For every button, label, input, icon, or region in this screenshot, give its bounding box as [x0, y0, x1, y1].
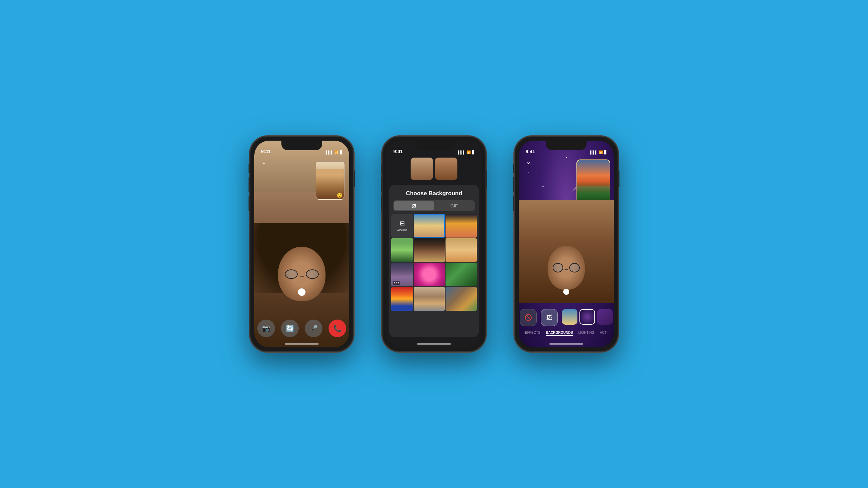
- phone2-top-videos: [411, 158, 457, 180]
- thumb-sky[interactable]: [562, 309, 577, 325]
- photo-restaurant[interactable]: [446, 214, 477, 238]
- photo-rolls[interactable]: [446, 238, 477, 262]
- glass-left: [285, 269, 298, 279]
- volume-up-button-2[interactable]: [381, 177, 382, 192]
- no-effect-button[interactable]: 🚫: [520, 309, 537, 326]
- signal-icon: ▌▌▌: [326, 150, 333, 154]
- photos-tab[interactable]: 🖼: [394, 201, 434, 210]
- choose-background-panel: Choose Background 🖼 GIF ⊟ Albums: [389, 185, 479, 337]
- glass-right: [306, 269, 319, 279]
- end-call-icon: 📞: [333, 324, 342, 332]
- background-icon: 🖼: [546, 314, 552, 321]
- phone3-glass-left: [553, 263, 563, 272]
- phone-2-screen: 9:41 ▌▌▌ 📶 ▊ Choose Background 🖼: [387, 141, 481, 347]
- choose-background-title: Choose Background: [389, 185, 479, 200]
- phone2-status-icons: ▌▌▌ 📶 ▊: [458, 150, 475, 154]
- power-button[interactable]: [354, 170, 355, 187]
- phone1-chevron-down[interactable]: ⌄: [261, 158, 267, 166]
- battery-icon-3: ▊: [604, 150, 607, 154]
- volume-down-button[interactable]: [249, 196, 250, 211]
- photo-food[interactable]: [414, 238, 445, 262]
- phone2-notch: [414, 141, 454, 150]
- phone3-home-bar: [549, 343, 583, 345]
- flip-icon: 🔄: [286, 324, 294, 332]
- end-call-button[interactable]: 📞: [329, 320, 346, 337]
- phone-1-screen: 😊 9:41 ▌▌▌ 📶 ▊ ⌄ 📷: [254, 141, 349, 347]
- phone1-pip[interactable]: 😊: [316, 161, 344, 200]
- signal-icon-2: ▌▌▌: [458, 150, 465, 154]
- actions-label[interactable]: ACTI: [600, 331, 608, 336]
- star-1: [528, 172, 529, 172]
- phone2-video-thumb-2[interactable]: [435, 158, 457, 180]
- effects-label[interactable]: EFFECTS: [525, 331, 540, 336]
- wifi-icon-3: 📶: [599, 150, 603, 154]
- phone3-icons-row: 🚫 🖼: [519, 309, 614, 327]
- phone3-time: 9:41: [526, 149, 535, 154]
- star-2: [542, 186, 544, 187]
- photo-fence[interactable]: [391, 238, 413, 262]
- phone-2: 9:41 ▌▌▌ 📶 ▊ Choose Background 🖼: [381, 136, 487, 352]
- wifi-icon: 📶: [334, 150, 338, 154]
- photo-fruits[interactable]: [391, 287, 413, 311]
- silent-button-3[interactable]: [513, 164, 514, 173]
- photo-craft[interactable]: [446, 287, 477, 311]
- background-button[interactable]: 🖼: [541, 309, 558, 326]
- video-button[interactable]: 📷: [257, 320, 275, 337]
- phone1-controls: 📷 🔄 🎤 📞: [254, 320, 349, 337]
- mic-icon: 🎤: [310, 324, 318, 332]
- photo-grid: ⊟ Albums 0:12: [391, 214, 477, 311]
- photo-fabric[interactable]: 0:12: [391, 263, 413, 286]
- volume-down-button-3[interactable]: [513, 196, 514, 211]
- albums-cell[interactable]: ⊟ Albums: [391, 214, 413, 238]
- star-3: [566, 157, 567, 158]
- signal-icon-3: ▌▌▌: [590, 150, 597, 154]
- phone3-pip-trees: [577, 181, 610, 203]
- phone2-home-bar: [417, 343, 451, 345]
- effects-labels: EFFECTS BACKGROUNDS LIGHTING ACTI: [519, 331, 614, 336]
- photo-dog[interactable]: [414, 287, 445, 311]
- phone3-pip[interactable]: [576, 159, 610, 203]
- flip-camera-button[interactable]: 🔄: [281, 320, 299, 337]
- backgrounds-label[interactable]: BACKGROUNDS: [546, 331, 573, 336]
- phone3-glasses: [553, 266, 580, 270]
- phone1-mic-dot: [298, 288, 305, 296]
- gif-tab[interactable]: GIF: [434, 201, 474, 210]
- photos-tab-icon: 🖼: [412, 203, 416, 208]
- wifi-icon-2: 📶: [467, 150, 471, 154]
- power-button-3[interactable]: [618, 170, 619, 187]
- thumb-strip: [562, 309, 613, 325]
- volume-up-button-3[interactable]: [513, 177, 514, 192]
- phone-3-screen: 9:41 ▌▌▌ 📶 ▊ ⌄ 🚫: [519, 141, 614, 347]
- phone1-time: 9:41: [261, 149, 271, 154]
- photo-sky[interactable]: [414, 214, 445, 238]
- battery-icon: ▊: [340, 150, 342, 154]
- albums-icon: ⊟: [400, 220, 405, 227]
- phone3-mic-dot: [563, 289, 569, 295]
- mute-button[interactable]: 🎤: [305, 320, 322, 337]
- photo-flower[interactable]: [414, 263, 445, 286]
- no-effect-icon: 🚫: [525, 314, 532, 321]
- phone2-time: 9:41: [393, 149, 403, 154]
- photo-leaf[interactable]: [446, 263, 477, 286]
- star-8: [571, 192, 571, 193]
- volume-up-button[interactable]: [249, 177, 250, 192]
- photos-gif-tabs: 🖼 GIF: [393, 200, 475, 211]
- phone1-glasses: [285, 271, 319, 277]
- phone1-home-bar: [285, 343, 319, 345]
- battery-icon-2: ▊: [472, 150, 475, 154]
- phone3-face: [548, 246, 585, 290]
- silent-button[interactable]: [249, 164, 250, 173]
- silent-button-2[interactable]: [381, 164, 382, 173]
- phone3-effects-bar: 🚫 🖼 EFFECTS BACKGROUNDS LIGHTING: [519, 309, 614, 337]
- thumb-galaxy[interactable]: [579, 309, 595, 325]
- lighting-label[interactable]: LIGHTING: [578, 331, 594, 336]
- phone3-chevron-down[interactable]: ⌄: [526, 158, 531, 166]
- power-button-2[interactable]: [486, 170, 487, 187]
- thumb-purple[interactable]: [597, 309, 613, 325]
- albums-label: Albums: [397, 228, 407, 232]
- phone3-glass-right: [569, 263, 580, 272]
- volume-down-button-2[interactable]: [381, 196, 382, 211]
- emoji-badge: 😊: [337, 192, 342, 198]
- phone2-video-thumb-1[interactable]: [411, 158, 433, 180]
- phone3-status-icons: ▌▌▌ 📶 ▊: [590, 150, 607, 154]
